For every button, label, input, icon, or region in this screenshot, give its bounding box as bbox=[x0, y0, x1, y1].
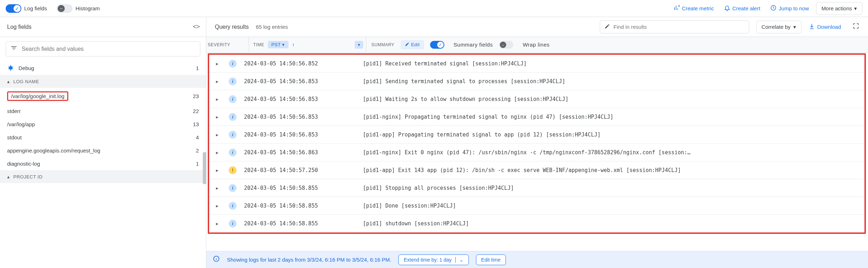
log-fields-toggle[interactable]: ✓ bbox=[6, 4, 21, 13]
expand-row-icon[interactable]: ▸ bbox=[209, 185, 225, 191]
sidebar-header: Log fields < > bbox=[0, 17, 206, 37]
more-actions-label: More actions bbox=[821, 5, 852, 11]
download-button[interactable]: Download bbox=[809, 23, 841, 31]
log-entry-row[interactable]: ▸2024-03-05 14:50:58.855[pid1] Done [ses… bbox=[209, 197, 864, 215]
severity-debug-row[interactable]: Debug 1 bbox=[0, 61, 206, 75]
create-alert-button[interactable]: Create alert bbox=[724, 5, 760, 12]
edit-time-button[interactable]: Edit time bbox=[476, 254, 506, 265]
expand-row-icon[interactable]: ▸ bbox=[209, 79, 225, 84]
more-actions-button[interactable]: More actions ▾ bbox=[816, 2, 862, 15]
log-name-item[interactable]: diagnostic-log1 bbox=[0, 157, 206, 170]
log-entry-row[interactable]: ▸2024-03-05 14:50:56.863[pid1-nginx] Exi… bbox=[209, 144, 864, 161]
create-alert-label: Create alert bbox=[732, 5, 760, 11]
time-range-footer: Showing logs for last 2 days from 3/3/24… bbox=[206, 251, 868, 268]
log-entry-row[interactable]: ▸2024-03-05 14:50:58.855[pid1] Stopping … bbox=[209, 179, 864, 197]
wrap-lines-label: Wrap lines bbox=[523, 42, 550, 48]
extend-time-button[interactable]: Extend time by: 1 day ⌄ bbox=[398, 254, 469, 265]
search-fields-input-wrapper[interactable] bbox=[6, 41, 200, 57]
bell-icon bbox=[724, 5, 730, 12]
log-name-item[interactable]: /var/log/app13 bbox=[0, 118, 206, 131]
expand-row-icon[interactable]: ▸ bbox=[209, 96, 225, 102]
jump-to-now-button[interactable]: Jump to now bbox=[770, 5, 809, 12]
download-icon bbox=[809, 23, 815, 31]
expand-row-icon[interactable]: ▸ bbox=[209, 61, 225, 66]
log-name-item-label: stdout bbox=[7, 134, 22, 140]
time-dropdown-icon[interactable]: ▾ bbox=[355, 41, 363, 49]
expand-row-icon[interactable]: ▸ bbox=[209, 221, 225, 226]
severity-column-header[interactable]: SEVERITY bbox=[206, 37, 249, 52]
create-metric-label: Create metric bbox=[682, 5, 714, 11]
sort-ascending-icon[interactable]: ↑ bbox=[292, 42, 295, 48]
edit-columns-button[interactable]: Edit bbox=[401, 41, 424, 49]
log-name-item[interactable]: /var/log/google_init.log23 bbox=[0, 88, 206, 104]
summary-cell: [pid1] Waiting 2s to allow shutdown proc… bbox=[358, 96, 864, 102]
info-icon bbox=[229, 220, 237, 227]
log-name-item-count: 4 bbox=[196, 134, 199, 140]
time-column-header[interactable]: TIME PST ▾ ↑ ▾ bbox=[249, 37, 366, 52]
summary-fields-toggle[interactable]: ✓ bbox=[430, 41, 444, 49]
expand-row-icon[interactable]: ▸ bbox=[209, 167, 225, 173]
expand-row-icon[interactable]: ▸ bbox=[209, 132, 225, 138]
histogram-toggle[interactable]: – bbox=[57, 4, 73, 13]
log-name-item-label: stderr bbox=[7, 108, 21, 114]
time-label: TIME bbox=[253, 42, 264, 47]
query-results-header: Query results 65 log entries Correlate b… bbox=[206, 17, 868, 37]
severity-cell bbox=[225, 131, 240, 139]
summary-column-header: SUMMARY Edit ✓ Summary fields – Wrap lin… bbox=[366, 41, 868, 49]
find-in-results-input[interactable] bbox=[614, 24, 745, 30]
summary-cell: [pid1-app] Propagating terminated signal… bbox=[358, 132, 864, 138]
log-name-item-count: 1 bbox=[196, 161, 199, 167]
timestamp-cell: 2024-03-05 14:50:58.855 bbox=[240, 185, 358, 191]
time-range-message: Showing logs for last 2 days from 3/3/24… bbox=[227, 257, 391, 263]
correlate-by-button[interactable]: Correlate by ▾ bbox=[756, 21, 802, 33]
sidebar-scrollbar[interactable] bbox=[203, 152, 206, 184]
summary-cell: [pid1-app] Exit 143 app (pid 12): /bin/s… bbox=[358, 167, 864, 173]
timezone-chip[interactable]: PST ▾ bbox=[268, 41, 289, 48]
summary-cell: [pid1] Stopping all processes [session:H… bbox=[358, 185, 864, 191]
severity-cell bbox=[225, 113, 240, 121]
log-name-group-header[interactable]: ▴ LOG NAME bbox=[0, 75, 206, 88]
chevron-up-icon: ▴ bbox=[7, 79, 10, 84]
log-name-item[interactable]: stderr22 bbox=[0, 104, 206, 118]
expand-row-icon[interactable]: ▸ bbox=[209, 114, 225, 120]
log-name-item-count: 23 bbox=[193, 93, 199, 99]
log-entry-row[interactable]: ▸2024-03-05 14:50:56.852[pid1] Received … bbox=[209, 55, 864, 73]
info-icon bbox=[229, 95, 237, 103]
minus-icon: – bbox=[58, 5, 65, 12]
summary-cell: [pid1] Sending terminated signal to proc… bbox=[358, 78, 864, 85]
debug-label: Debug bbox=[18, 65, 34, 71]
info-icon bbox=[229, 131, 237, 139]
log-name-item-count: 13 bbox=[193, 121, 199, 127]
info-icon bbox=[229, 202, 237, 210]
log-entry-row[interactable]: ▸2024-03-05 14:50:57.250[pid1-app] Exit … bbox=[209, 161, 864, 179]
timestamp-cell: 2024-03-05 14:50:57.250 bbox=[240, 167, 358, 173]
timestamp-cell: 2024-03-05 14:50:56.852 bbox=[240, 60, 358, 67]
project-id-group-header[interactable]: ▴ PROJECT ID bbox=[0, 170, 206, 183]
find-in-results-wrapper[interactable] bbox=[600, 20, 749, 33]
expand-collapse-icon[interactable]: < > bbox=[193, 23, 199, 31]
log-name-item[interactable]: stdout4 bbox=[0, 131, 206, 144]
log-entry-row[interactable]: ▸2024-03-05 14:50:56.853[pid1-nginx] Pro… bbox=[209, 108, 864, 126]
log-name-item[interactable]: appengine.googleapis.com/request_log2 bbox=[0, 144, 206, 157]
info-icon bbox=[229, 60, 237, 68]
svg-point-1 bbox=[9, 66, 12, 70]
log-entry-row[interactable]: ▸2024-03-05 14:50:56.853[pid1] Waiting 2… bbox=[209, 90, 864, 108]
summary-cell: [pid1] Done [session:HPJ4CLJ] bbox=[358, 203, 864, 209]
expand-row-icon[interactable]: ▸ bbox=[209, 150, 225, 155]
log-name-item-label: /var/log/google_init.log bbox=[11, 93, 64, 99]
fullscreen-icon[interactable] bbox=[852, 22, 859, 31]
log-name-item-label: appengine.googleapis.com/request_log bbox=[7, 148, 100, 154]
content-panel: Query results 65 log entries Correlate b… bbox=[206, 17, 868, 268]
chevron-up-icon: ▴ bbox=[7, 174, 10, 179]
log-entry-row[interactable]: ▸2024-03-05 14:50:56.853[pid1-app] Propa… bbox=[209, 126, 864, 144]
log-entry-row[interactable]: ▸2024-03-05 14:50:58.855[pid1] shutdown … bbox=[209, 215, 864, 232]
wrap-lines-toggle[interactable]: – bbox=[499, 41, 513, 49]
pencil-icon bbox=[405, 42, 409, 48]
chevron-down-icon[interactable]: ⌄ bbox=[455, 257, 464, 263]
timestamp-cell: 2024-03-05 14:50:56.863 bbox=[240, 149, 358, 156]
highlighted-log-name: /var/log/google_init.log bbox=[7, 91, 68, 101]
expand-row-icon[interactable]: ▸ bbox=[209, 203, 225, 209]
create-metric-button[interactable]: Create metric bbox=[673, 5, 714, 12]
search-fields-input[interactable] bbox=[22, 46, 196, 52]
log-entry-row[interactable]: ▸2024-03-05 14:50:56.853[pid1] Sending t… bbox=[209, 73, 864, 90]
